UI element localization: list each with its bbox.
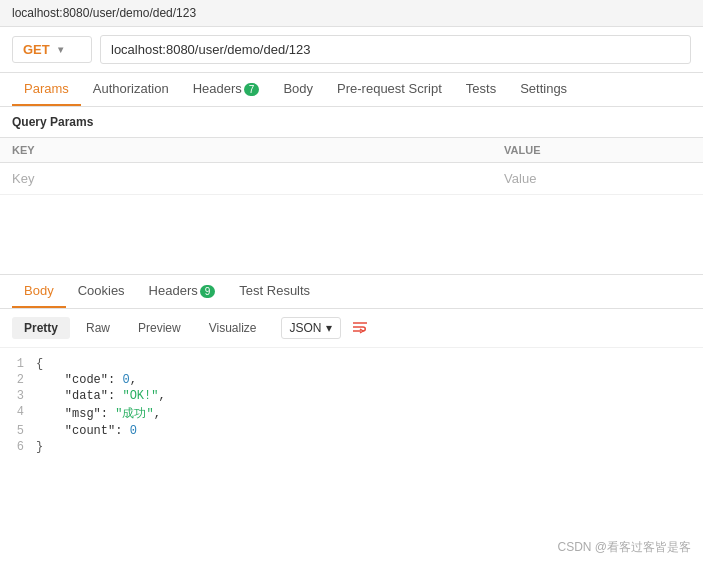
col-header-value: VALUE xyxy=(492,138,703,163)
method-select[interactable]: GET ▾ xyxy=(12,36,92,63)
tab-params[interactable]: Params xyxy=(12,73,81,106)
col-header-key: KEY xyxy=(0,138,492,163)
response-tab-headers[interactable]: Headers9 xyxy=(137,275,228,308)
value-cell[interactable]: Value xyxy=(492,163,703,195)
code-line-1: 1 { xyxy=(0,356,703,372)
request-line: GET ▾ xyxy=(0,27,703,73)
code-line-3: 3 "data": "OK!", xyxy=(0,388,703,404)
tab-authorization[interactable]: Authorization xyxy=(81,73,181,106)
line-content: "code": 0, xyxy=(36,373,703,387)
headers-badge: 7 xyxy=(244,83,260,96)
key-cell[interactable]: Key xyxy=(0,163,492,195)
json-format-select[interactable]: JSON ▾ xyxy=(281,317,341,339)
json-format-chevron: ▾ xyxy=(326,321,332,335)
line-number: 3 xyxy=(0,389,36,403)
format-btn-visualize[interactable]: Visualize xyxy=(197,317,269,339)
response-tab-testresults[interactable]: Test Results xyxy=(227,275,322,308)
top-url-text: localhost:8080/user/demo/ded/123 xyxy=(12,6,196,20)
line-content: "msg": "成功", xyxy=(36,405,703,422)
format-btn-pretty[interactable]: Pretty xyxy=(12,317,70,339)
response-tabs: Body Cookies Headers9 Test Results xyxy=(0,275,703,309)
response-tab-body[interactable]: Body xyxy=(12,275,66,308)
format-btn-raw[interactable]: Raw xyxy=(74,317,122,339)
json-format-label: JSON xyxy=(290,321,322,335)
request-tabs: Params Authorization Headers7 Body Pre-r… xyxy=(0,73,703,107)
format-row: Pretty Raw Preview Visualize JSON ▾ xyxy=(0,309,703,348)
line-content: } xyxy=(36,440,703,454)
tab-headers[interactable]: Headers7 xyxy=(181,73,272,106)
url-input[interactable] xyxy=(100,35,691,64)
line-number: 1 xyxy=(0,357,36,371)
method-label: GET xyxy=(23,42,50,57)
tab-settings[interactable]: Settings xyxy=(508,73,579,106)
line-content: "count": 0 xyxy=(36,424,703,438)
line-content: { xyxy=(36,357,703,371)
line-content: "data": "OK!", xyxy=(36,389,703,403)
wrap-icon[interactable] xyxy=(351,319,369,337)
line-number: 5 xyxy=(0,424,36,438)
response-code-body: 1 { 2 "code": 0, 3 "data": "OK!", 4 "msg… xyxy=(0,348,703,463)
line-number: 4 xyxy=(0,405,36,419)
query-params-label: Query Params xyxy=(0,107,703,138)
top-url-bar: localhost:8080/user/demo/ded/123 xyxy=(0,0,703,27)
tab-tests[interactable]: Tests xyxy=(454,73,508,106)
middle-spacer xyxy=(0,195,703,275)
response-tab-cookies[interactable]: Cookies xyxy=(66,275,137,308)
code-line-5: 5 "count": 0 xyxy=(0,423,703,439)
code-line-2: 2 "code": 0, xyxy=(0,372,703,388)
table-row: Key Value xyxy=(0,163,703,195)
format-btn-preview[interactable]: Preview xyxy=(126,317,193,339)
line-number: 6 xyxy=(0,440,36,454)
tab-prerequest[interactable]: Pre-request Script xyxy=(325,73,454,106)
line-number: 2 xyxy=(0,373,36,387)
watermark: CSDN @看客过客皆是客 xyxy=(557,539,691,556)
code-line-6: 6 } xyxy=(0,439,703,455)
params-table: KEY VALUE Key Value xyxy=(0,138,703,195)
tab-body[interactable]: Body xyxy=(271,73,325,106)
code-line-4: 4 "msg": "成功", xyxy=(0,404,703,423)
response-headers-badge: 9 xyxy=(200,285,216,298)
method-chevron: ▾ xyxy=(58,44,63,55)
